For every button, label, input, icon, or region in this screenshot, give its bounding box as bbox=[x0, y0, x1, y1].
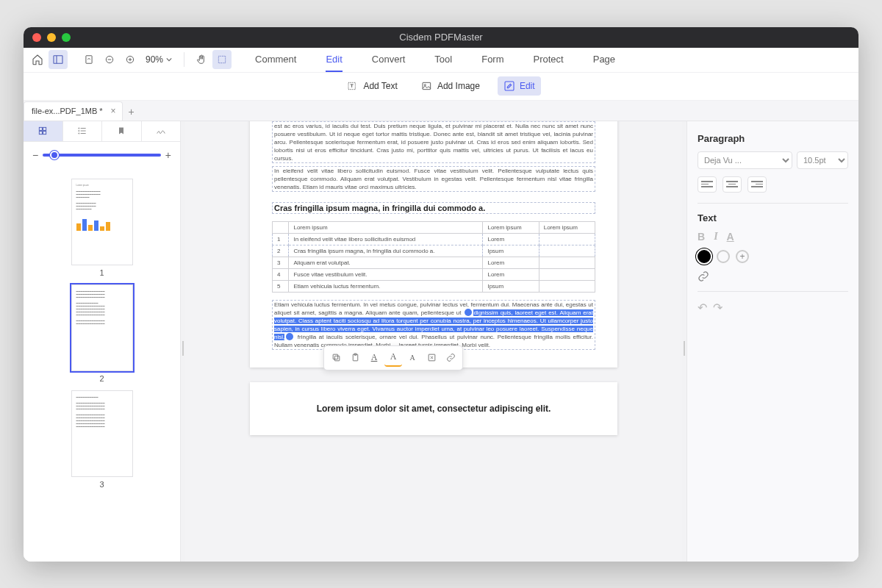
zoom-out-button[interactable] bbox=[100, 50, 119, 69]
zoom-level-dropdown[interactable]: 90% bbox=[141, 54, 176, 65]
tab-edit[interactable]: Edit bbox=[326, 48, 342, 72]
thumbnail-zoom-slider: − + bbox=[24, 142, 180, 168]
sidebar-panel: − + Lorem ipsum▬▬▬▬▬▬▬▬▬▬▬▬▬▬▬▬▬▬▬▬▬▬▬▬▬… bbox=[24, 121, 181, 562]
paragraph-block[interactable]: Etiam vehicula luctus fermentum. In vel … bbox=[272, 300, 595, 350]
text-box-icon bbox=[347, 80, 359, 92]
thumb-label-2: 2 bbox=[24, 374, 180, 383]
align-left-button[interactable] bbox=[698, 176, 717, 193]
svg-rect-10 bbox=[423, 82, 431, 89]
link-icon bbox=[698, 270, 709, 282]
page-heading[interactable]: Lorem ipsum dolor sit amet, consectetur … bbox=[272, 403, 595, 415]
table-block[interactable]: Lorem ipsumLorem ipsumLorem ipsum 1In el… bbox=[272, 221, 595, 293]
add-image-button[interactable]: Add Image bbox=[415, 76, 486, 96]
svg-rect-13 bbox=[40, 127, 43, 130]
main-toolbar: 90% Comment Edit Convert Tool Form Prote… bbox=[24, 48, 858, 73]
copy-button[interactable] bbox=[327, 349, 345, 367]
tab-protect[interactable]: Protect bbox=[534, 48, 564, 72]
add-color-button[interactable]: + bbox=[736, 250, 749, 263]
slider-knob[interactable] bbox=[50, 151, 59, 159]
fit-page-button[interactable] bbox=[79, 50, 98, 69]
thumb-label-1: 1 bbox=[24, 268, 180, 277]
font-size-select[interactable]: 10.5pt bbox=[797, 151, 848, 169]
separator bbox=[184, 52, 184, 67]
bold-button[interactable]: B bbox=[698, 231, 705, 243]
italic-button[interactable]: I bbox=[714, 231, 717, 243]
zoom-value: 90% bbox=[146, 54, 163, 65]
thumb-zoom-track[interactable] bbox=[43, 154, 161, 157]
thumbnails-tab[interactable] bbox=[24, 121, 63, 141]
maximize-window-button[interactable] bbox=[62, 33, 71, 42]
tab-form[interactable]: Form bbox=[481, 48, 503, 72]
outline-tab[interactable] bbox=[63, 121, 103, 141]
selection-handle[interactable] bbox=[465, 309, 472, 316]
thumb-label-3: 3 bbox=[24, 480, 180, 489]
app-window: Cisdem PDFMaster 90% Comment Edit Conver… bbox=[24, 27, 858, 562]
home-button[interactable] bbox=[28, 50, 47, 69]
svg-point-22 bbox=[79, 133, 79, 134]
undo-button[interactable]: ↶ bbox=[698, 301, 707, 315]
image-icon bbox=[421, 80, 433, 92]
tab-comment[interactable]: Comment bbox=[255, 48, 296, 72]
tab-convert[interactable]: Convert bbox=[372, 48, 406, 72]
thumbnail-page-1[interactable]: Lorem ipsum▬▬▬▬▬▬▬▬▬▬▬▬▬▬▬▬▬▬▬▬▬▬▬▬▬▬▬▬▬… bbox=[71, 179, 133, 265]
highlight-button[interactable]: A bbox=[384, 349, 402, 367]
redo-button[interactable]: ↷ bbox=[713, 301, 723, 315]
text-header: Text bbox=[698, 212, 848, 223]
window-controls bbox=[32, 33, 71, 42]
close-tab-button[interactable]: × bbox=[111, 106, 116, 116]
add-text-button[interactable]: Add Text bbox=[341, 76, 403, 96]
menu-tabs: Comment Edit Convert Tool Form Protect P… bbox=[255, 48, 615, 72]
bookmarks-tab[interactable] bbox=[102, 121, 142, 141]
color-swatch-black[interactable] bbox=[698, 250, 711, 263]
text-block[interactable]: est ac eros varius, id iaculis dui test.… bbox=[272, 121, 595, 163]
sidebar-toggle-button[interactable] bbox=[49, 50, 68, 69]
paste-button[interactable] bbox=[346, 349, 364, 367]
add-tab-button[interactable]: + bbox=[123, 103, 140, 121]
signatures-tab[interactable] bbox=[142, 121, 181, 141]
heading-block[interactable]: Cras fringilla ipsum magna, in fringilla… bbox=[272, 202, 595, 214]
edit-label: Edit bbox=[520, 81, 535, 91]
hand-tool-button[interactable] bbox=[192, 50, 211, 69]
align-center-button[interactable] bbox=[723, 176, 742, 193]
delete-button[interactable] bbox=[423, 349, 440, 367]
font-color-button[interactable]: A bbox=[365, 349, 383, 367]
font-family-select[interactable]: Deja Vu ... bbox=[698, 151, 792, 169]
zoom-in-button[interactable] bbox=[121, 50, 140, 69]
font-button[interactable]: A bbox=[404, 349, 421, 367]
floating-format-toolbar: A A A bbox=[323, 345, 463, 370]
page-canvas[interactable]: est ac eros varius, id iaculis dui test.… bbox=[185, 121, 682, 562]
right-splitter[interactable] bbox=[682, 121, 686, 562]
svg-rect-23 bbox=[334, 356, 340, 361]
minimize-window-button[interactable] bbox=[47, 33, 56, 42]
edit-button[interactable]: Edit bbox=[498, 76, 541, 96]
color-swatch-empty[interactable] bbox=[717, 250, 730, 263]
align-right-button[interactable] bbox=[747, 176, 767, 193]
svg-rect-12 bbox=[505, 82, 514, 90]
thumb-zoom-out[interactable]: − bbox=[32, 149, 38, 161]
select-tool-button[interactable] bbox=[212, 50, 232, 69]
insert-link-button[interactable] bbox=[698, 270, 848, 282]
edit-sub-toolbar: Add Text Add Image Edit bbox=[24, 73, 858, 101]
thumb-zoom-in[interactable]: + bbox=[165, 149, 171, 161]
document-tab[interactable]: file-ex...PDF_1MB * × bbox=[24, 101, 123, 121]
tab-page[interactable]: Page bbox=[593, 48, 615, 72]
link-button[interactable] bbox=[442, 349, 459, 367]
document-tabs: file-ex...PDF_1MB * × + bbox=[24, 101, 858, 121]
add-text-label: Add Text bbox=[363, 81, 397, 91]
document-tab-label: file-ex...PDF_1MB * bbox=[32, 107, 103, 115]
thumbnail-page-3[interactable]: ▬▬▬▬▬▬▬▬▬▬▬▬▬▬▬▬▬▬▬▬▬▬▬▬▬▬▬▬▬▬▬▬▬▬▬▬▬▬▬▬… bbox=[71, 390, 133, 477]
svg-rect-2 bbox=[86, 56, 92, 64]
properties-panel: Paragraph Deja Vu ... 10.5pt Text B I A … bbox=[686, 121, 858, 562]
text-block[interactable]: In eleifend velit vitae libero sollicitu… bbox=[272, 166, 595, 192]
workspace: − + Lorem ipsum▬▬▬▬▬▬▬▬▬▬▬▬▬▬▬▬▬▬▬▬▬▬▬▬▬… bbox=[24, 121, 858, 562]
tab-tool[interactable]: Tool bbox=[434, 48, 452, 72]
underline-button[interactable]: A bbox=[727, 231, 734, 243]
svg-rect-24 bbox=[333, 354, 338, 359]
paragraph-header: Paragraph bbox=[698, 133, 848, 144]
svg-rect-8 bbox=[218, 56, 225, 62]
close-window-button[interactable] bbox=[32, 33, 41, 42]
selection-handle[interactable] bbox=[286, 333, 293, 340]
pdf-page-3: Lorem ipsum dolor sit amet, consectetur … bbox=[250, 382, 617, 435]
sidebar-tabs bbox=[24, 121, 180, 142]
thumbnail-page-2[interactable]: ▬▬▬▬▬▬▬▬▬▬▬▬▬▬▬▬▬▬▬▬▬▬▬▬▬▬▬▬▬▬▬▬▬▬▬▬▬▬▬▬… bbox=[71, 284, 133, 371]
